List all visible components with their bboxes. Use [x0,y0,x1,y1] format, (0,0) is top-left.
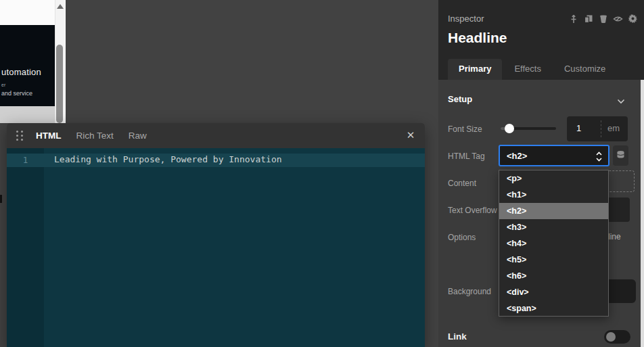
link-toggle[interactable] [604,330,630,344]
code-area[interactable]: 1 Leading with Purpose, Powered by Innov… [7,148,425,347]
font-size-value-box[interactable]: 1 em [567,116,628,141]
background-label: Background [448,287,491,296]
line-number-gutter [7,148,44,347]
text-overflow-label: Text Overflow [448,206,497,215]
link-label: Link [448,331,467,342]
preview-edge-fragment [0,195,2,203]
html-tag-select[interactable]: <h2> [499,145,610,166]
dropdown-option-h3[interactable]: <h3> [499,219,608,235]
html-tag-dropdown: <p> <h1> <h2> <h3> <h4> <h5> <h6> <div> … [499,170,609,317]
font-size-unit[interactable]: em [607,123,620,133]
dropdown-option-span[interactable]: <span> [499,300,608,317]
options-label: Options [448,233,476,242]
link-toggle-knob[interactable] [606,332,616,342]
font-size-label: Font Size [448,124,482,134]
tab-raw[interactable]: Raw [129,131,147,141]
tab-effects[interactable]: Effects [503,59,552,80]
page-edge-strip [641,80,644,347]
duplicate-icon[interactable] [583,14,593,24]
font-size-slider-thumb[interactable] [505,124,514,133]
hero-subtext-fragment-1: er [1,83,5,87]
dropdown-option-p[interactable]: <p> [499,170,608,187]
dynamic-data-button[interactable] [613,145,628,166]
code-line-text[interactable]: Leading with Purpose, Powered by Innovat… [54,154,282,164]
value-unit-divider [601,120,601,137]
inspector-panel: Inspector Headline Primary Effects Custo… [438,0,644,347]
hero-section-thumbnail: utomation er and service [0,25,55,106]
html-tag-selected-value: <h2> [507,151,527,161]
hero-subtext-fragment-2: and service [1,90,32,97]
trash-icon[interactable] [598,14,608,24]
dropdown-option-h2[interactable]: <h2> [499,203,608,219]
drag-handle-icon[interactable] [16,131,24,141]
line-number: 1 [7,155,44,165]
preview-scrollbar-thumb[interactable] [56,45,63,123]
tab-primary[interactable]: Primary [448,59,502,80]
code-editor-panel: HTML Rich Text Raw ✕ 1 Leading with Purp… [7,123,425,347]
database-icon [616,149,625,162]
preview-next-section [0,106,55,123]
tab-customize[interactable]: Customize [553,59,616,80]
dropdown-option-h1[interactable]: <h1> [499,187,608,203]
chevron-down-icon[interactable] [617,95,625,107]
tab-rich-text[interactable]: Rich Text [76,131,114,141]
inspector-title: Inspector [448,14,484,24]
dropdown-option-h5[interactable]: <h5> [499,252,608,268]
inspector-header: Inspector Headline Primary Effects Custo… [438,0,644,80]
dropdown-option-h6[interactable]: <h6> [499,268,608,284]
font-size-value[interactable]: 1 [576,123,581,133]
scroll-up-arrow-icon[interactable] [57,4,64,9]
tab-html[interactable]: HTML [36,131,62,141]
select-updown-icon [595,151,603,165]
element-name-heading: Headline [448,30,507,46]
dropdown-option-h4[interactable]: <h4> [499,235,608,252]
pin-icon[interactable] [568,14,578,24]
close-icon[interactable]: ✕ [405,130,416,141]
gear-icon[interactable] [628,14,638,24]
eye-icon[interactable] [613,14,623,24]
html-tag-label: HTML Tag [448,152,485,161]
hero-heading-fragment: utomation [1,67,41,77]
code-editor-header[interactable]: HTML Rich Text Raw ✕ [7,123,425,148]
content-label: Content [448,179,476,188]
setup-section-title[interactable]: Setup [448,94,472,104]
dropdown-option-div[interactable]: <div> [499,284,608,300]
